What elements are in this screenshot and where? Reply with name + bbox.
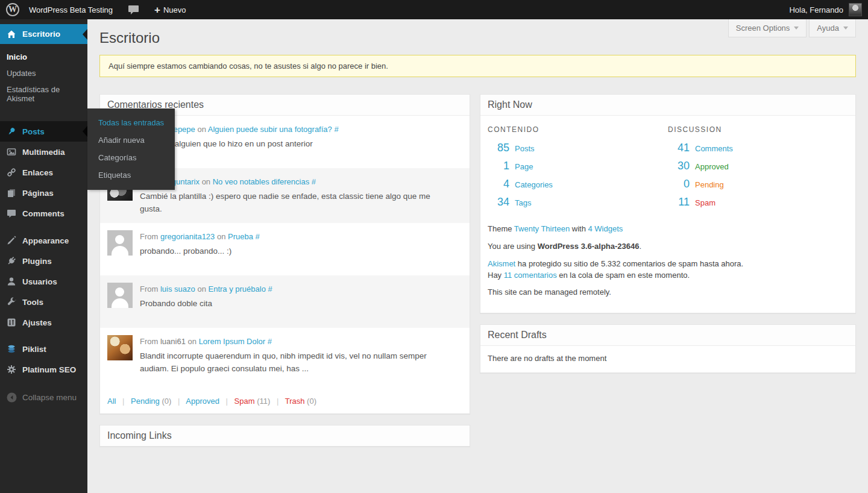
admin-bar: W WordPress Beta Testing + Nuevo Hola, F… [0, 0, 868, 19]
wrench-icon [6, 297, 17, 307]
flyout-item-categories[interactable]: Categorías [87, 149, 175, 166]
comments-count-link[interactable]: 41Comments [668, 142, 848, 154]
sidebar-item-label: Plugins [22, 257, 52, 266]
comment-author-link[interactable]: luis suazo [160, 284, 195, 294]
sidebar-item-label: Enlaces [22, 168, 53, 177]
comment-post-link[interactable]: Lorem Ipsum Dolor [199, 337, 266, 346]
comment-permalink[interactable]: # [312, 177, 316, 186]
submenu-item-inicio[interactable]: Inicio [0, 49, 87, 65]
admin-bar-site-name[interactable]: WordPress Beta Testing [29, 5, 113, 14]
comment-post-link[interactable]: Entra y pruébalo [209, 284, 266, 294]
link-icon [6, 167, 17, 178]
comment-row: From luani61 on Lorem Ipsum Dolor # Blan… [100, 328, 470, 389]
sidebar-item-settings[interactable]: Ajustes [0, 312, 87, 333]
filter-trash-link[interactable]: Trash [285, 397, 305, 406]
approved-count-link[interactable]: 30Approved [668, 160, 848, 172]
help-button[interactable]: Ayuda [809, 19, 856, 37]
flyout-item-all-posts[interactable]: Todas las entradas [87, 114, 175, 131]
wordpress-logo-icon[interactable]: W [6, 3, 19, 16]
theme-line: Theme Twenty Thirteen with 4 Widgets [488, 224, 848, 235]
widgets-link[interactable]: 4 Widgets [588, 224, 623, 233]
chevron-down-icon [843, 27, 848, 30]
filter-trash-count: (0) [307, 397, 316, 406]
sidebar-item-dashboard[interactable]: Escritorio [0, 24, 87, 44]
comment-excerpt: probando... probando... :) [140, 245, 260, 258]
comment-on-label: on [197, 125, 206, 134]
comment-post-link[interactable]: No veo notables diferencias [213, 177, 309, 186]
new-content-button[interactable]: + Nuevo [154, 5, 186, 15]
account-greeting[interactable]: Hola, Fernando [789, 5, 843, 14]
comment-author-link[interactable]: gregorianita123 [160, 232, 215, 241]
spam-queue-link[interactable]: 11 comentarios [504, 271, 557, 280]
plugin-icon [6, 256, 17, 266]
version-line: You are using WordPress 3.6-alpha-23646. [488, 241, 848, 253]
comment-filters: All | Pending (0) | Approved | Spam (11)… [100, 389, 470, 413]
comment-excerpt: Blandit incorrupte quaerendum in quo, ni… [140, 350, 453, 375]
submenu-item-akismet-stats[interactable]: Estadísticas de Akismet [0, 81, 87, 107]
piklist-icon [6, 344, 17, 354]
collapse-menu-label: Collapse menu [22, 393, 77, 402]
filter-all-link[interactable]: All [107, 397, 116, 406]
discussion-stats-column: DISCUSSION 41Comments 30Approved 0Pendin… [668, 125, 848, 214]
pending-count-link[interactable]: 0Pending [668, 178, 848, 190]
comment-post-link[interactable]: Prueba [228, 232, 253, 241]
collapse-menu-button[interactable]: Collapse menu [0, 387, 87, 407]
filter-separator: | [178, 397, 180, 406]
comment-from-label: From [140, 337, 158, 346]
akismet-line: Akismet ha protegido su sitio de 5.332 c… [488, 259, 848, 281]
sidebar-item-links[interactable]: Enlaces [0, 162, 87, 183]
comment-on-label: on [202, 177, 210, 186]
pages-count-link[interactable]: 1Page [488, 160, 668, 172]
sidebar-item-pages[interactable]: Páginas [0, 183, 87, 203]
media-icon [6, 146, 17, 157]
recent-drafts-widget-title[interactable]: Recent Drafts [480, 325, 855, 346]
filter-approved-link[interactable]: Approved [186, 397, 219, 406]
theme-link[interactable]: Twenty Thirteen [514, 224, 570, 233]
incoming-links-widget: Incoming Links [99, 425, 470, 447]
tags-count-link[interactable]: 34Tags [488, 196, 668, 209]
filter-spam-link[interactable]: Spam [234, 397, 255, 406]
commenter-avatar [107, 230, 133, 256]
flyout-item-tags[interactable]: Etiquetas [87, 166, 175, 184]
comment-permalink[interactable]: # [268, 337, 272, 346]
screen-options-button[interactable]: Screen Options [728, 19, 807, 37]
sidebar-item-media[interactable]: Multimedia [0, 142, 87, 162]
sidebar-item-platinum-seo[interactable]: Platinum SEO [0, 359, 87, 380]
sidebar-item-plugins[interactable]: Plugins [0, 251, 87, 271]
dashboard-submenu: Inicio Updates Estadísticas de Akismet [0, 44, 87, 113]
filter-separator: | [226, 397, 228, 406]
sidebar-item-posts[interactable]: Posts [0, 121, 87, 142]
discussion-heading: DISCUSSION [668, 125, 848, 134]
version-number: WordPress 3.6-alpha-23646 [538, 242, 640, 251]
submenu-item-updates[interactable]: Updates [0, 65, 87, 81]
comment-permalink[interactable]: # [334, 125, 338, 134]
filter-pending-count: (0) [162, 397, 171, 406]
categories-count-link[interactable]: 4Categories [488, 178, 668, 190]
comment-permalink[interactable]: # [256, 232, 260, 241]
filter-pending-link[interactable]: Pending [131, 397, 160, 406]
right-now-widget: Right Now CONTENIDO 85Posts 1Page 4Categ… [480, 94, 856, 313]
comment-post-link[interactable]: Alguien puede subir una fotografía? [208, 125, 332, 134]
filter-separator: | [122, 397, 124, 406]
user-icon [6, 276, 17, 287]
comment-permalink[interactable]: # [268, 284, 272, 294]
comment-from-label: From [140, 284, 158, 294]
posts-count-link[interactable]: 85Posts [488, 142, 668, 154]
account-avatar[interactable] [849, 3, 862, 16]
sidebar-item-label: Ajustes [22, 318, 52, 327]
sidebar-item-users[interactable]: Usuarios [0, 271, 87, 292]
sidebar-item-tools[interactable]: Tools [0, 292, 87, 312]
sidebar-item-appearance[interactable]: Appearance [0, 230, 87, 251]
flyout-item-add-new[interactable]: Añadir nueva [87, 131, 175, 149]
settings-icon [6, 317, 17, 328]
filter-spam-count: (11) [257, 397, 270, 406]
incoming-links-widget-title[interactable]: Incoming Links [100, 425, 470, 446]
comment-on-label: on [188, 337, 197, 346]
spam-count-link[interactable]: 11Spam [668, 196, 848, 209]
comment-author-name: luani61 [160, 337, 186, 346]
sidebar-item-comments[interactable]: Comments [0, 203, 87, 224]
comments-bubble-icon[interactable] [128, 5, 139, 14]
right-now-widget-title[interactable]: Right Now [480, 95, 855, 116]
sidebar-item-piklist[interactable]: Piklist [0, 339, 87, 359]
akismet-link[interactable]: Akismet [488, 259, 515, 268]
